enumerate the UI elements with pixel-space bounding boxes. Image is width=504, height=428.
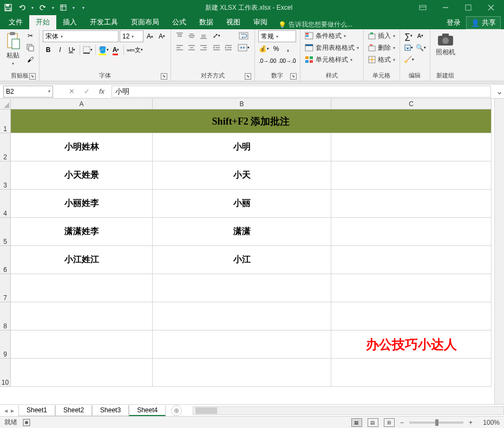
sheet-nav-next[interactable]: ▸: [10, 407, 15, 414]
zoom-in-button[interactable]: +: [469, 419, 473, 426]
cell-C2[interactable]: [331, 133, 492, 161]
macro-record-icon[interactable]: [23, 419, 30, 426]
merge-button[interactable]: ▾: [236, 42, 251, 53]
fx-button[interactable]: fx: [96, 87, 107, 95]
underline-button[interactable]: U▾: [67, 44, 77, 55]
sheet-tab-sheet1[interactable]: Sheet1: [18, 405, 55, 416]
wrap-text-button[interactable]: [236, 30, 251, 41]
zoom-slider[interactable]: [409, 421, 463, 424]
page-break-view-button[interactable]: ⊞: [384, 418, 395, 427]
minimize-button[interactable]: [435, 1, 456, 14]
cell-B8[interactable]: [153, 302, 331, 330]
sheet-tab-sheet4[interactable]: Sheet4: [129, 405, 166, 416]
comma-button[interactable]: ,: [283, 43, 293, 54]
close-button[interactable]: [480, 1, 502, 14]
align-launcher[interactable]: ⬊: [245, 73, 251, 80]
share-button[interactable]: 👤共享: [466, 16, 501, 29]
fill-button[interactable]: ▾: [403, 42, 414, 53]
cell-A5[interactable]: 潇潇姓李: [11, 218, 153, 246]
align-right-button[interactable]: [198, 42, 209, 53]
camera-button[interactable]: 照相机: [434, 30, 457, 58]
autosum-button[interactable]: ∑▾: [403, 30, 414, 41]
number-launcher[interactable]: ⬊: [290, 73, 297, 80]
undo-button[interactable]: [16, 2, 28, 14]
tab-formulas[interactable]: 公式: [166, 15, 193, 29]
cell-C9[interactable]: 办公技巧小达人: [331, 330, 492, 359]
tab-page-layout[interactable]: 页面布局: [125, 15, 166, 29]
row-header-1[interactable]: 1: [0, 109, 11, 133]
row-header-4[interactable]: 4: [0, 190, 11, 218]
cell-C10[interactable]: [331, 359, 492, 387]
align-left-button[interactable]: [174, 42, 185, 53]
percent-button[interactable]: %: [271, 43, 282, 54]
qat-item[interactable]: [57, 2, 69, 14]
row-header-2[interactable]: 2: [0, 133, 11, 161]
cell-A6[interactable]: 小江姓江: [11, 246, 153, 274]
cell-B2[interactable]: 小明: [153, 133, 331, 161]
align-center-button[interactable]: [186, 42, 197, 53]
zoom-out-button[interactable]: −: [400, 419, 404, 426]
cell-B3[interactable]: 小天: [153, 161, 331, 190]
select-all-corner[interactable]: [0, 99, 11, 109]
font-launcher[interactable]: ⬊: [161, 73, 167, 80]
qat-customize[interactable]: ▾: [81, 5, 86, 10]
cell-A8[interactable]: [11, 302, 153, 330]
tell-me-search[interactable]: 💡 告诉我您想要做什么...: [278, 20, 352, 29]
cell-A4[interactable]: 小丽姓李: [11, 190, 153, 218]
ribbon-options-button[interactable]: [412, 1, 434, 14]
delete-cells-button[interactable]: 删除▾: [367, 42, 396, 53]
cell-C5[interactable]: [331, 218, 492, 246]
orientation-button[interactable]: ⤢▾: [211, 30, 222, 41]
clipboard-launcher[interactable]: ⬊: [29, 73, 36, 80]
cell-B6[interactable]: 小江: [153, 246, 331, 274]
tab-developer[interactable]: 开发工具: [83, 15, 125, 29]
enter-formula-button[interactable]: ✓: [81, 87, 92, 95]
cell-styles-button[interactable]: 单元格样式▾: [304, 54, 354, 65]
normal-view-button[interactable]: ▦: [351, 418, 362, 427]
vertical-scrollbar[interactable]: [494, 99, 504, 404]
merged-title-cell[interactable]: Shift+F2 添加批注: [11, 109, 492, 133]
cell-C6[interactable]: [331, 246, 492, 274]
cell-A9[interactable]: [11, 330, 153, 359]
copy-button[interactable]: [25, 42, 36, 53]
col-header-C[interactable]: C: [331, 99, 492, 109]
page-layout-view-button[interactable]: ▤: [368, 418, 378, 427]
undo-dropdown[interactable]: ▾: [30, 5, 35, 10]
name-box[interactable]: B2▾: [3, 86, 53, 98]
add-sheet-button[interactable]: ⊕: [171, 405, 182, 416]
sheet-nav-prev[interactable]: ◂: [3, 407, 9, 414]
cell-C7[interactable]: [331, 274, 492, 302]
align-middle-button[interactable]: [186, 30, 197, 41]
sort-filter-button[interactable]: A▾: [415, 30, 426, 41]
row-header-7[interactable]: 7: [0, 274, 11, 302]
tab-file[interactable]: 文件: [2, 15, 29, 29]
increase-indent-button[interactable]: [223, 42, 234, 53]
sheet-tab-sheet2[interactable]: Sheet2: [55, 405, 92, 416]
tab-review[interactable]: 审阅: [247, 15, 274, 29]
cell-A10[interactable]: [11, 359, 153, 387]
tab-insert[interactable]: 插入: [56, 15, 83, 29]
cell-B9[interactable]: [153, 330, 331, 359]
cut-button[interactable]: ✂: [25, 30, 36, 41]
clear-button[interactable]: 🧹▾: [403, 54, 415, 65]
align-top-button[interactable]: [174, 30, 185, 41]
cell-A2[interactable]: 小明姓林: [11, 133, 153, 161]
sheet-tab-sheet3[interactable]: Sheet3: [92, 405, 129, 416]
insert-cells-button[interactable]: 插入▾: [367, 30, 396, 41]
maximize-button[interactable]: [457, 1, 479, 14]
align-bottom-button[interactable]: [198, 30, 209, 41]
accounting-button[interactable]: 💰▾: [258, 43, 270, 54]
font-color-button[interactable]: A▾: [110, 44, 121, 55]
font-size-combo[interactable]: 12▾: [120, 30, 143, 42]
fill-color-button[interactable]: 🪣▾: [98, 44, 109, 55]
cell-C8[interactable]: [331, 302, 492, 330]
horizontal-scrollbar[interactable]: [193, 406, 504, 415]
tab-view[interactable]: 视图: [220, 15, 247, 29]
cell-A3[interactable]: 小天姓景: [11, 161, 153, 190]
find-button[interactable]: 🔍▾: [415, 42, 427, 53]
decrease-font-button[interactable]: A▾: [156, 31, 167, 42]
cell-B5[interactable]: 潇潇: [153, 218, 331, 246]
formula-input[interactable]: 小明: [112, 86, 491, 98]
decrease-indent-button[interactable]: [211, 42, 222, 53]
cancel-formula-button[interactable]: ✕: [66, 87, 77, 95]
